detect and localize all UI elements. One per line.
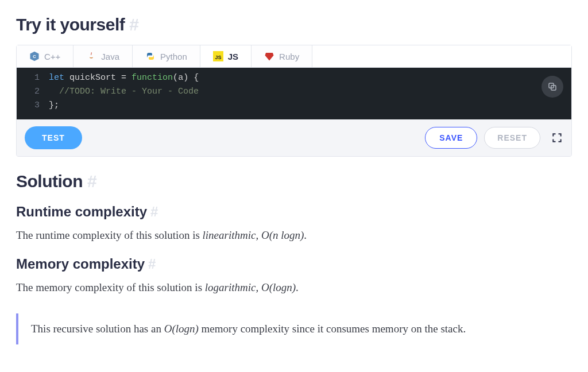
editor-toolbar: TEST SAVE RESET	[17, 119, 571, 156]
memory-paragraph: The memory complexity of this solution i…	[16, 279, 572, 296]
runtime-paragraph: The runtime complexity of this solution …	[16, 227, 572, 243]
anchor-hash-icon[interactable]: #	[129, 15, 138, 34]
code-editor-panel: C C++ Java Python JS JS Ruby	[16, 45, 572, 157]
tab-label: Java	[101, 52, 119, 61]
code-line: 3 };	[17, 99, 571, 113]
heading-text: Try it yourself	[16, 15, 125, 34]
code-text: let quickSort = function(a) {	[49, 71, 199, 85]
cpp-icon: C	[29, 51, 40, 61]
tab-cpp[interactable]: C C++	[17, 45, 74, 67]
reset-button[interactable]: RESET	[484, 127, 540, 149]
ruby-icon	[264, 51, 274, 61]
language-tabs: C C++ Java Python JS JS Ruby	[17, 45, 571, 68]
anchor-hash-icon[interactable]: #	[148, 256, 156, 272]
code-text: //TODO: Write - Your - Code	[49, 85, 199, 99]
callout-text: This recursive solution has an O(logn) m…	[31, 323, 559, 335]
heading-try-it-yourself: Try it yourself #	[16, 15, 572, 34]
code-editor[interactable]: 1 let quickSort = function(a) { 2 //TODO…	[17, 68, 571, 119]
tab-java[interactable]: Java	[74, 45, 133, 67]
note-callout: This recursive solution has an O(logn) m…	[16, 313, 572, 344]
tab-label: Ruby	[279, 52, 299, 61]
heading-text: Solution	[16, 172, 83, 191]
tab-python[interactable]: Python	[133, 45, 200, 67]
code-line: 2 //TODO: Write - Your - Code	[17, 85, 571, 99]
code-line: 1 let quickSort = function(a) {	[17, 71, 571, 85]
heading-solution: Solution #	[16, 172, 572, 191]
math-o-log-n: O(logn)	[258, 281, 296, 293]
tab-label: C++	[44, 52, 60, 61]
heading-text: Memory complexity	[16, 256, 145, 272]
svg-text:JS: JS	[215, 55, 221, 60]
heading-runtime: Runtime complexity #	[16, 204, 572, 220]
tab-js[interactable]: JS JS	[200, 45, 252, 67]
line-number: 2	[17, 85, 49, 99]
java-icon	[86, 51, 96, 61]
math-o-log-n: O(logn)	[164, 323, 199, 335]
svg-text:C: C	[33, 54, 36, 59]
anchor-hash-icon[interactable]: #	[150, 204, 158, 220]
heading-memory: Memory complexity #	[16, 256, 572, 272]
python-icon	[145, 51, 156, 61]
code-text: };	[49, 99, 59, 113]
test-button[interactable]: TEST	[25, 126, 82, 149]
anchor-hash-icon[interactable]: #	[87, 172, 96, 191]
tab-ruby[interactable]: Ruby	[252, 45, 312, 67]
line-number: 3	[17, 99, 49, 113]
tab-label: Python	[160, 52, 187, 61]
tab-label: JS	[228, 52, 238, 61]
js-icon: JS	[213, 51, 223, 61]
heading-text: Runtime complexity	[16, 204, 147, 220]
math-o-n-log-n: O(n logn)	[258, 229, 304, 241]
fullscreen-button[interactable]	[551, 131, 563, 144]
line-number: 1	[17, 71, 49, 85]
save-button[interactable]: SAVE	[425, 127, 477, 149]
svg-marker-4	[265, 53, 274, 61]
copy-code-button[interactable]	[541, 76, 563, 98]
